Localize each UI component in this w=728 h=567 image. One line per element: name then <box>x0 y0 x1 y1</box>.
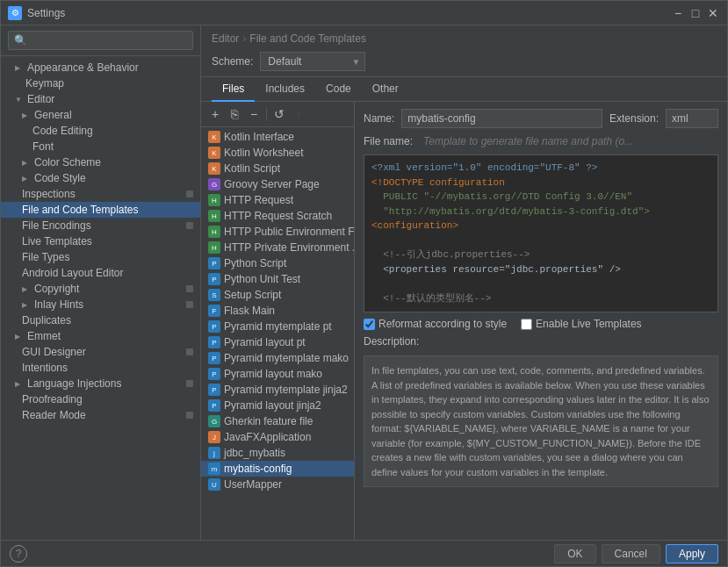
tab-code[interactable]: Code <box>315 77 362 102</box>
sidebar-item-appearance[interactable]: ▶ Appearance & Behavior <box>1 60 200 75</box>
minimize-button[interactable]: − <box>671 6 685 20</box>
live-templates-checkbox-label[interactable]: Enable Live Templates <box>521 318 642 330</box>
scheme-select[interactable]: Default <box>260 52 365 71</box>
sidebar-item-intentions[interactable]: Intentions <box>1 360 200 376</box>
sidebar-item-emmet[interactable]: ▶ Emmet <box>1 328 200 344</box>
sidebar-item-file-types[interactable]: File Types <box>1 249 200 265</box>
file-item-label: Kotlin Worksheet <box>224 147 304 159</box>
breadcrumb: Editor › File and Code Templates <box>212 32 717 45</box>
file-item-pyramid-layout-mako[interactable]: P Pyramid layout mako <box>201 366 354 382</box>
scheme-dropdown[interactable]: Default ▼ <box>260 52 365 71</box>
file-item-gherkin[interactable]: G Gherkin feature file <box>201 413 354 429</box>
maximize-button[interactable]: □ <box>688 6 703 20</box>
arrow-icon: ▶ <box>15 64 24 72</box>
code-line: "http://mybatis.org/dtd/mybatis-3-config… <box>371 205 710 219</box>
file-icon: P <box>208 399 220 412</box>
sidebar-item-proofreading[interactable]: Proofreading <box>1 391 200 407</box>
file-item-groovy[interactable]: G Groovy Server Page <box>201 176 354 192</box>
arrow-icon: ▶ <box>22 159 31 167</box>
sidebar-item-code-editing[interactable]: Code Editing <box>1 123 200 139</box>
file-item-usermapper[interactable]: U UserMapper <box>201 477 354 492</box>
search-box <box>1 25 200 56</box>
file-item-kotlin-worksheet[interactable]: K Kotlin Worksheet <box>201 145 354 161</box>
file-item-pyramid-layout-pt[interactable]: P Pyramid layout pt <box>201 334 354 350</box>
file-item-setup-script[interactable]: S Setup Script <box>201 287 354 303</box>
sidebar-item-label: Live Templates <box>22 235 92 248</box>
move-up-button[interactable]: ↑ <box>290 105 307 123</box>
sidebar-item-inlay-hints[interactable]: ▶ Inlay Hints <box>1 297 200 312</box>
description-box: In file templates, you can use text, cod… <box>364 355 718 487</box>
file-item-python-unit-test[interactable]: P Python Unit Test <box>201 271 354 287</box>
sidebar-item-copyright[interactable]: ▶ Copyright <box>1 281 200 297</box>
sidebar-item-lang-injections[interactable]: ▶ Language Injections <box>1 376 200 391</box>
code-editor[interactable]: <?xml version="1.0" encoding="UTF-8" ?> … <box>364 154 718 312</box>
file-item-jdbc-mybatis[interactable]: j jdbc_mybatis <box>201 445 354 461</box>
file-item-pyramid-layout-jinja2[interactable]: P Pyramid layout jinja2 <box>201 398 354 413</box>
apply-button[interactable]: Apply <box>666 544 718 563</box>
file-item-http-public[interactable]: H HTTP Public Environment F... <box>201 224 354 240</box>
file-icon: K <box>208 162 220 175</box>
sidebar-item-file-encodings[interactable]: File Encodings <box>1 218 200 233</box>
file-item-flask-main[interactable]: F Flask Main <box>201 303 354 319</box>
scheme-row: Scheme: Default ▼ <box>212 52 717 71</box>
file-item-http-private[interactable]: H HTTP Private Environment ... <box>201 240 354 255</box>
sidebar-item-reader-mode[interactable]: Reader Mode <box>1 407 200 423</box>
sidebar-item-code-style[interactable]: ▶ Code Style <box>1 170 200 186</box>
arrow-icon: ▼ <box>15 96 24 104</box>
file-icon: P <box>208 352 220 364</box>
sidebar-item-label: Editor <box>27 93 54 105</box>
tab-includes[interactable]: Includes <box>255 77 315 102</box>
file-icon: F <box>208 305 220 317</box>
cancel-button[interactable]: Cancel <box>602 544 660 563</box>
file-item-label: Flask Main <box>224 305 275 317</box>
extension-input[interactable] <box>666 109 718 128</box>
sidebar-item-file-templates[interactable]: File and Code Templates <box>1 202 200 218</box>
file-item-mybatis-config[interactable]: m mybatis-config <box>201 461 354 477</box>
add-file-button[interactable]: + <box>206 105 224 123</box>
badge-icon <box>186 301 193 308</box>
sidebar-item-general[interactable]: ▶ General <box>1 107 200 123</box>
search-input[interactable] <box>8 31 193 50</box>
sidebar-item-live-templates[interactable]: Live Templates <box>1 233 200 249</box>
sidebar-item-color-scheme[interactable]: ▶ Color Scheme <box>1 154 200 170</box>
sidebar-item-inspections[interactable]: Inspections <box>1 186 200 202</box>
close-button[interactable]: ✕ <box>706 6 720 20</box>
sidebar-item-gui-designer[interactable]: GUI Designer <box>1 344 200 360</box>
live-templates-checkbox[interactable] <box>521 319 532 330</box>
bottom-bar: ? OK Cancel Apply <box>1 540 727 566</box>
file-item-http-request[interactable]: H HTTP Request <box>201 192 354 208</box>
file-item-kotlin-interface[interactable]: K Kotlin Interface <box>201 129 354 145</box>
sidebar-item-android-layout[interactable]: Android Layout Editor <box>1 265 200 281</box>
scheme-label: Scheme: <box>212 55 253 68</box>
name-input[interactable] <box>401 109 602 128</box>
help-button[interactable]: ? <box>10 545 27 563</box>
file-item-http-scratch[interactable]: H HTTP Request Scratch <box>201 208 354 224</box>
file-item-label: Kotlin Script <box>224 162 280 175</box>
file-item-pyramid-mytemplate-jinja2[interactable]: P Pyramid mytemplate jinja2 <box>201 382 354 398</box>
breadcrumb-page: File and Code Templates <box>249 32 366 45</box>
sidebar-item-editor[interactable]: ▼ Editor <box>1 91 200 107</box>
code-line: <configuration> <box>371 219 710 233</box>
ok-button[interactable]: OK <box>554 544 595 563</box>
description-label: Description: <box>364 335 419 348</box>
file-item-pyramid-mytemplate-pt[interactable]: P Pyramid mytemplate pt <box>201 319 354 334</box>
filename-input[interactable] <box>420 133 718 149</box>
sidebar-item-font[interactable]: Font <box>1 139 200 154</box>
sidebar-item-label: Reader Mode <box>22 409 86 421</box>
tab-other[interactable]: Other <box>362 77 409 102</box>
file-item-label: Pyramid layout pt <box>224 336 306 348</box>
remove-file-button[interactable]: − <box>245 105 263 123</box>
tab-files[interactable]: Files <box>212 77 255 102</box>
file-item-python-script[interactable]: P Python Script <box>201 255 354 271</box>
copy-file-button[interactable]: ⎘ <box>226 105 243 123</box>
reformat-checkbox[interactable] <box>364 319 375 330</box>
reformat-checkbox-label[interactable]: Reformat according to style <box>364 318 507 330</box>
file-item-javafx[interactable]: J JavaFXApplication <box>201 429 354 445</box>
sidebar-item-keymap[interactable]: Keymap <box>1 75 200 91</box>
file-icon: P <box>208 368 220 380</box>
sidebar: ▶ Appearance & Behavior Keymap ▼ Editor … <box>1 25 201 540</box>
reset-file-button[interactable]: ↺ <box>270 105 288 123</box>
file-item-kotlin-script[interactable]: K Kotlin Script <box>201 161 354 176</box>
sidebar-item-duplicates[interactable]: Duplicates <box>1 312 200 328</box>
file-item-pyramid-mytemplate-mako[interactable]: P Pyramid mytemplate mako <box>201 350 354 366</box>
